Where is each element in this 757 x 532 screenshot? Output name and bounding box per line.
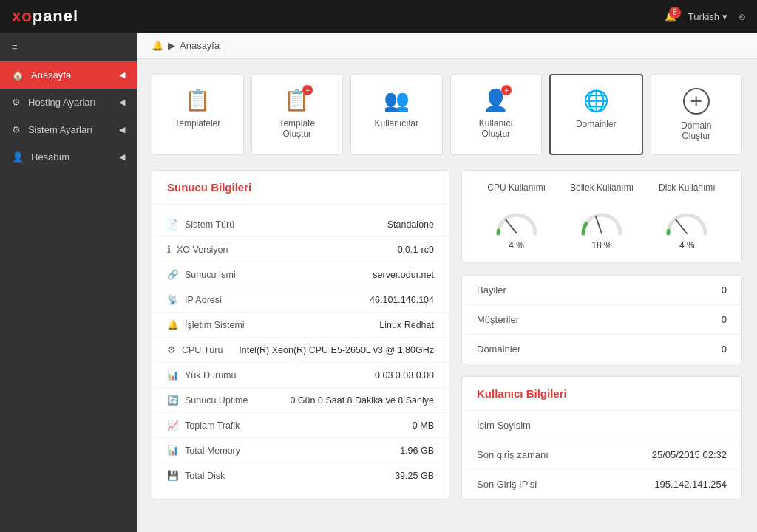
sidebar-toggle[interactable]: ≡ [0, 33, 137, 61]
sidebar-item-label: Hosting Ayarları [28, 97, 96, 108]
templateler-label: Templateler [174, 118, 220, 129]
cpu-turu-icon: ⚙ [167, 344, 176, 355]
isletim-sistemi-value: Linux Redhat [379, 320, 434, 330]
sidebar-item-hosting[interactable]: ⚙ Hosting Ayarları ◀ [0, 89, 137, 116]
action-templateler[interactable]: 📋 Templateler [152, 74, 244, 155]
menu-icon: ≡ [12, 41, 18, 52]
chevron-icon: ◀ [119, 70, 125, 80]
sistem-turu-label: 📄 Sistem Türü [167, 219, 234, 230]
main-grid: Sunucu Bilgileri 📄 Sistem Türü Standalon… [152, 170, 742, 499]
yuk-durumu-icon: 📊 [167, 369, 179, 381]
user-info-panel: Kullanıcı Bilgileri İsim Soyisim Son gir… [461, 376, 742, 499]
xo-versiyon-icon: ℹ [167, 244, 171, 255]
home-icon: 🏠 [12, 69, 24, 81]
isletim-sistemi-icon: 🔔 [167, 319, 179, 330]
chevron-icon: ◀ [119, 125, 125, 134]
total-memory-value: 1.96 GB [400, 446, 434, 456]
domain-olustur-icon: + [683, 88, 710, 115]
bellek-gauge [576, 200, 628, 237]
brand-suffix: panel [33, 7, 78, 25]
usage-panel: CPU Kullanımı 4 % Bellek [461, 170, 742, 263]
stats-row-bayiler: Bayiler 0 [462, 276, 741, 305]
main-content: 🔔 ▶ Anasayfa 📋 Templateler 📋 + Template … [137, 33, 757, 532]
brand-logo: xopanel [12, 7, 78, 26]
ip-adresi-label: 📡 IP Adresi [167, 294, 222, 305]
info-row-toplam-trafik: 📈 Toplam Trafik 0 MB [152, 413, 449, 438]
xo-versiyon-value: 0.0.1-rc9 [398, 245, 434, 255]
musteriler-value: 0 [722, 314, 727, 325]
server-info-table: 📄 Sistem Türü Standalone ℹ XO Versiyon 0… [152, 205, 449, 495]
domainler-label: Domainler [477, 344, 520, 355]
total-disk-icon: 💾 [167, 470, 179, 481]
stats-panel: Bayiler 0 Müşteriler 0 Domainler 0 [461, 275, 742, 364]
total-disk-label: 💾 Total Disk [167, 470, 225, 481]
sunucu-ismi-value: server.odur.net [373, 270, 434, 280]
notification-badge: 8 [669, 7, 681, 18]
chevron-icon: ◀ [119, 152, 125, 162]
sunucu-ismi-icon: 🔗 [167, 269, 179, 280]
info-row-yuk-durumu: 📊 Yük Durumu 0.03 0.03 0.00 [152, 363, 449, 388]
bellek-usage-title: Bellek Kullanımı [562, 183, 641, 193]
sistem-turu-value: Standalone [387, 219, 434, 230]
hesabim-icon: 👤 [12, 151, 24, 163]
action-template-olustur[interactable]: 📋 + Template Oluştur [251, 74, 344, 155]
breadcrumb-home-icon: 🔔 [152, 40, 163, 51]
hosting-icon: ⚙ [12, 97, 21, 108]
yuk-durumu-value: 0.03 0.03 0.00 [375, 370, 434, 381]
notification-button[interactable]: 🔔 8 [665, 11, 676, 22]
cpu-gauge [491, 200, 543, 237]
action-domainler[interactable]: 🌐 Domainler [549, 74, 643, 155]
sistem-icon: ⚙ [12, 124, 21, 135]
isim-label: İsim Soyisim [477, 420, 531, 431]
disk-usage: Disk Kullanımı 4 % [648, 183, 727, 250]
info-row-sunucu-ismi: 🔗 Sunucu İsmi server.odur.net [152, 262, 449, 287]
kullanici-olustur-icon: 👤 + [483, 88, 509, 112]
sidebar-item-label: Sistem Ayarları [28, 124, 92, 135]
toplam-trafik-value: 0 MB [413, 420, 434, 431]
navbar-right: 🔔 8 Turkish ▾ ⎋ [665, 11, 745, 22]
svg-line-0 [506, 219, 517, 233]
page-content: 📋 Templateler 📋 + Template Oluştur 👥 Kul… [137, 59, 757, 514]
sunucu-uptime-value: 0 Gün 0 Saat 8 Dakika ve 8 Saniye [290, 395, 434, 406]
server-info-panel: Sunucu Bilgileri 📄 Sistem Türü Standalon… [152, 170, 449, 499]
breadcrumb-separator: ▶ [168, 40, 175, 51]
user-info-row-son-giris: Son giriş zamanı 25/05/2015 02:32 [462, 440, 741, 470]
cpu-usage-title: CPU Kullanımı [477, 183, 556, 193]
son-giris-value: 25/05/2015 02:32 [652, 449, 727, 460]
template-olustur-label: Template Oluştur [270, 118, 325, 139]
action-kullanici-olustur[interactable]: 👤 + Kullanıcı Oluştur [450, 74, 543, 155]
son-giris-ip-value: 195.142.141.254 [654, 479, 727, 490]
domainler-icon: 🌐 [583, 89, 609, 113]
sunucu-ismi-label: 🔗 Sunucu İsmi [167, 269, 236, 280]
action-kullanicilar[interactable]: 👥 Kullanıcılar [350, 74, 443, 155]
user-info-row-isim: İsim Soyisim [462, 411, 741, 440]
kullanici-olustur-label: Kullanıcı Oluştur [469, 118, 524, 139]
disk-usage-pct: 4 % [648, 240, 727, 250]
user-info-row-son-giris-ip: Son Giriş IP'si 195.142.141.254 [462, 470, 741, 499]
cpu-usage-pct: 4 % [477, 240, 556, 250]
cpu-turu-value: Intel(R) Xeon(R) CPU E5-2650L v3 @ 1.80G… [239, 345, 434, 355]
bayiler-value: 0 [722, 284, 727, 296]
svg-line-2 [676, 219, 687, 233]
language-selector[interactable]: Turkish ▾ [688, 11, 727, 22]
kullanicilar-icon: 👥 [384, 88, 410, 112]
total-memory-label: 📊 Total Memory [167, 445, 240, 456]
bellek-usage-pct: 18 % [562, 240, 641, 250]
yuk-durumu-label: 📊 Yük Durumu [167, 369, 236, 381]
xo-versiyon-label: ℹ XO Versiyon [167, 244, 228, 255]
sidebar-item-anasayfa[interactable]: 🏠 Anasayfa ◀ [0, 61, 137, 89]
svg-line-1 [596, 216, 602, 233]
domainler-value: 0 [722, 344, 727, 355]
logout-button[interactable]: ⎋ [739, 11, 745, 22]
stats-row-domainler: Domainler 0 [462, 335, 741, 364]
templateler-icon: 📋 [185, 88, 211, 112]
info-row-isletim-sistemi: 🔔 İşletim Sistemi Linux Redhat [152, 313, 449, 338]
total-memory-icon: 📊 [167, 445, 179, 456]
sidebar-item-hesabim[interactable]: 👤 Hesabım ◀ [0, 143, 137, 171]
sidebar-item-sistem[interactable]: ⚙ Sistem Ayarları ◀ [0, 116, 137, 143]
language-label: Turkish [688, 11, 719, 22]
info-row-cpu-turu: ⚙ CPU Türü Intel(R) Xeon(R) CPU E5-2650L… [152, 338, 449, 363]
action-domain-olustur[interactable]: + Domain Oluştur [651, 74, 743, 155]
user-info-title: Kullanıcı Bilgileri [462, 377, 741, 411]
quick-actions: 📋 Templateler 📋 + Template Oluştur 👥 Kul… [152, 74, 742, 155]
